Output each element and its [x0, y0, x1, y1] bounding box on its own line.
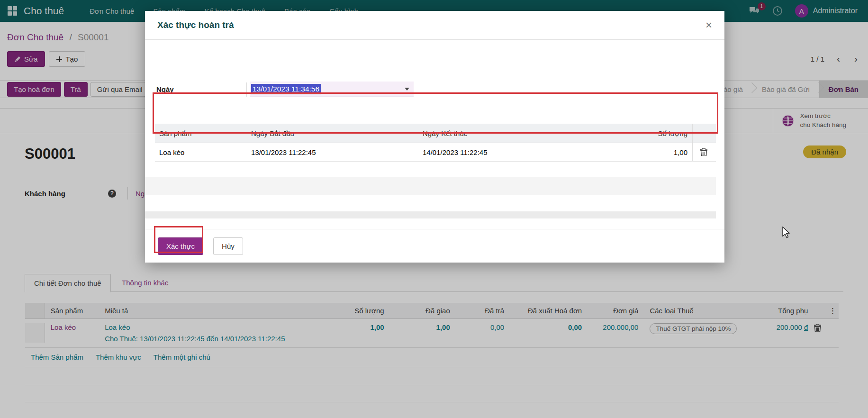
empty-stripe [145, 177, 716, 195]
cancel-button[interactable]: Hủy [213, 237, 243, 255]
app-window: Cho thuê Đơn Cho thuê Sản phẩm Kế hoạch … [0, 0, 868, 418]
return-table-header: Sản phẩm Ngày Bắt đầu Ngày Kết thúc Số l… [155, 124, 716, 143]
date-field-label: Ngày [156, 85, 246, 93]
modal-header: Xác thực hoàn trả × [145, 11, 724, 40]
confirm-button[interactable]: Xác thực [158, 237, 203, 255]
modal-footer: Xác thực Hủy [145, 229, 724, 263]
date-input-selected-text: 13/01/2023 11:34:56 [251, 84, 321, 94]
return-line-delete-button[interactable] [693, 148, 714, 156]
col-product: Sản phẩm [155, 129, 251, 137]
return-qty: 1,00 [589, 143, 693, 161]
return-end-date: 14/01/2023 11:22:45 [423, 148, 589, 156]
col-start-date: Ngày Bắt đầu [251, 129, 423, 137]
col-end-date: Ngày Kết thúc [423, 129, 589, 137]
return-date-field-row: Ngày 13/01/2023 11:34:56 [156, 82, 414, 97]
datepicker-caret-icon[interactable] [405, 88, 409, 91]
return-validation-modal: Xác thực hoàn trả × Ngày 13/01/2023 11:3… [145, 11, 724, 263]
modal-title: Xác thực hoàn trả [157, 20, 234, 30]
close-icon[interactable]: × [705, 19, 712, 31]
return-date-input[interactable]: 13/01/2023 11:34:56 [250, 82, 414, 97]
col-qty: Số lượng [589, 124, 693, 143]
empty-stripe [145, 211, 716, 218]
return-start-date: 13/01/2023 11:22:45 [251, 148, 423, 156]
trash-icon [700, 148, 707, 156]
return-lines-table: Sản phẩm Ngày Bắt đầu Ngày Kết thúc Số l… [155, 124, 716, 162]
return-product: Loa kéo [155, 148, 251, 156]
return-line-row[interactable]: Loa kéo 13/01/2023 11:22:45 14/01/2023 1… [155, 143, 716, 162]
modal-body: Ngày 13/01/2023 11:34:56 Sản phẩm Ngày B… [145, 40, 724, 229]
